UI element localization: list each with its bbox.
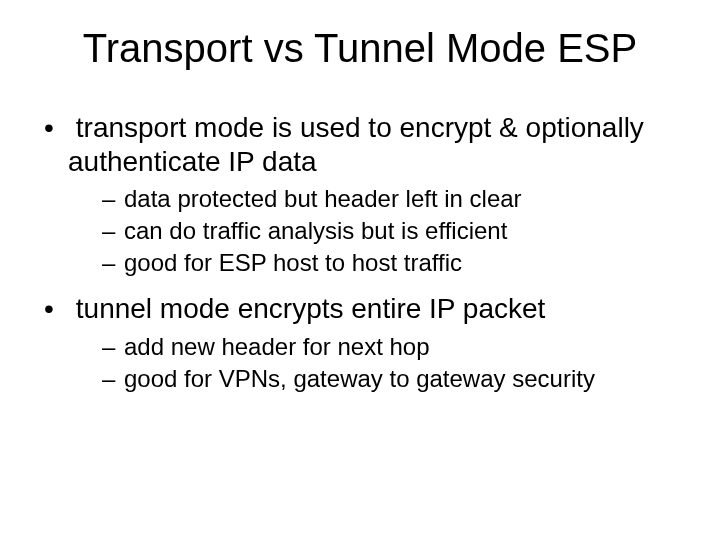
sub-bullet-item: data protected but header left in clear <box>102 184 690 214</box>
slide: Transport vs Tunnel Mode ESP transport m… <box>0 0 720 540</box>
sub-bullet-text: can do traffic analysis but is efficient <box>124 217 507 244</box>
bullet-text: tunnel mode encrypts entire IP packet <box>76 293 546 324</box>
slide-title: Transport vs Tunnel Mode ESP <box>30 26 690 71</box>
sub-bullet-text: good for ESP host to host traffic <box>124 249 462 276</box>
sub-bullet-text: add new header for next hop <box>124 333 430 360</box>
sub-bullet-text: data protected but header left in clear <box>124 185 522 212</box>
bullet-list: transport mode is used to encrypt & opti… <box>30 111 690 394</box>
bullet-text: transport mode is used to encrypt & opti… <box>68 112 644 177</box>
sub-bullet-item: good for ESP host to host traffic <box>102 248 690 278</box>
bullet-item: tunnel mode encrypts entire IP packet ad… <box>44 292 690 394</box>
sub-bullet-item: good for VPNs, gateway to gateway securi… <box>102 364 690 394</box>
sub-bullet-item: add new header for next hop <box>102 332 690 362</box>
sub-bullet-item: can do traffic analysis but is efficient <box>102 216 690 246</box>
sub-bullet-text: good for VPNs, gateway to gateway securi… <box>124 365 595 392</box>
sub-bullet-list: data protected but header left in clear … <box>68 184 690 278</box>
sub-bullet-list: add new header for next hop good for VPN… <box>68 332 690 394</box>
bullet-item: transport mode is used to encrypt & opti… <box>44 111 690 278</box>
